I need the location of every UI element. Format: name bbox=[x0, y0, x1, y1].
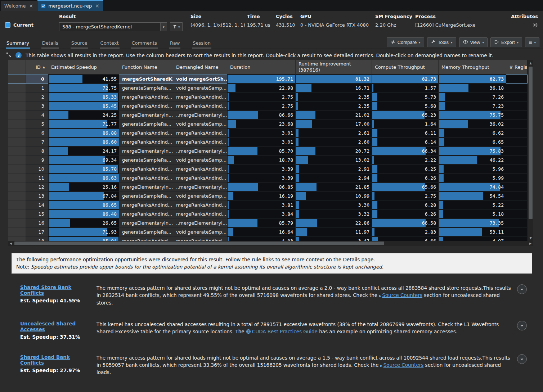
cell-fn[interactable]: generateSampleRa... bbox=[119, 156, 173, 165]
inline-link[interactable]: ▶Source Counters bbox=[379, 292, 422, 298]
window-tab-mergesort-ncu-rep[interactable]: mergesort.ncu-rep× bbox=[37, 0, 103, 11]
cell-dm[interactable]: ..mergeElementaryI... bbox=[173, 218, 227, 227]
chevron-down-icon[interactable]: ▾ bbox=[160, 23, 167, 31]
tab-source[interactable]: Source bbox=[71, 38, 88, 49]
cell-fn[interactable]: mergeRanksAndInd... bbox=[119, 236, 173, 241]
cell-dm[interactable]: mergeRanksAndInd... bbox=[173, 138, 227, 147]
row-handle[interactable] bbox=[8, 93, 26, 102]
horizontal-scrollbar[interactable]: ◀ ▶ bbox=[8, 241, 533, 246]
cell-fn[interactable]: mergeRanksAndInd... bbox=[119, 165, 173, 174]
export-button[interactable]: Export ▾ bbox=[490, 37, 522, 47]
collapse-rule-button[interactable] bbox=[517, 354, 527, 364]
column-header-registers[interactable]: # Registers bbox=[506, 60, 528, 75]
view-button[interactable]: View ▾ bbox=[459, 37, 488, 47]
table-row[interactable]: 285.33mergeRanksAndInd...mergeRanksAndIn… bbox=[8, 93, 528, 102]
current-checkbox[interactable] bbox=[5, 22, 10, 28]
scroll-right-icon[interactable]: ▶ bbox=[528, 241, 533, 246]
inline-link[interactable]: CUDA Best Practices Guide bbox=[246, 329, 318, 334]
cell-dm[interactable]: void generateSamp... bbox=[173, 156, 227, 165]
column-header-runtime-improvement[interactable]: Runtime Improvement (387616) bbox=[296, 60, 372, 75]
row-handle[interactable] bbox=[8, 84, 26, 93]
rule-link[interactable]: Shared Load Bank Conflicts bbox=[20, 354, 91, 366]
tab-session[interactable]: Session bbox=[192, 38, 211, 49]
cell-fn[interactable]: mergeRanksAndInd... bbox=[119, 129, 173, 138]
scrollbar-track[interactable] bbox=[14, 241, 528, 246]
row-handle[interactable] bbox=[8, 120, 26, 129]
inline-link[interactable]: ▶Source Counters bbox=[380, 362, 424, 368]
cell-fn[interactable]: generateSampleRa... bbox=[119, 84, 173, 93]
row-handle[interactable] bbox=[8, 209, 26, 218]
column-header-function-name[interactable]: Function Name bbox=[119, 60, 173, 75]
row-handle[interactable] bbox=[8, 102, 26, 111]
cell-dm[interactable]: ..mergeElementaryI... bbox=[173, 183, 227, 192]
collapse-rule-button[interactable] bbox=[517, 284, 527, 294]
row-handle[interactable] bbox=[8, 200, 26, 209]
tab-comments[interactable]: Comments bbox=[131, 38, 158, 49]
cell-dm[interactable]: ..mergeElementaryI... bbox=[173, 147, 227, 156]
close-tab-icon[interactable]: × bbox=[29, 3, 33, 9]
table-row[interactable]: 172.75generateSampleRa...void generateSa… bbox=[8, 84, 528, 93]
column-header-estimated-speedup[interactable]: Estimated Speedup bbox=[48, 60, 119, 75]
cell-dm[interactable]: mergeRanksAndInd... bbox=[173, 93, 227, 102]
scroll-up-icon[interactable]: ▲ bbox=[528, 60, 533, 66]
row-handle[interactable] bbox=[8, 111, 26, 120]
row-handle[interactable] bbox=[8, 218, 26, 227]
table-row[interactable]: 041.55mergeSortSharedK...void mergeSortS… bbox=[8, 75, 528, 84]
tab-raw[interactable]: Raw bbox=[169, 38, 180, 49]
row-handle[interactable] bbox=[8, 129, 26, 138]
tab-details[interactable]: Details bbox=[41, 38, 59, 49]
rule-link[interactable]: Uncoalesced Shared Accesses bbox=[20, 321, 91, 332]
cell-dm[interactable]: void mergeSortSh... bbox=[173, 75, 227, 84]
cell-fn[interactable]: mergeRanksAndInd... bbox=[119, 93, 173, 102]
cell-fn[interactable]: generateSampleRa... bbox=[119, 120, 173, 129]
cell-dm[interactable]: mergeRanksAndInd... bbox=[173, 165, 227, 174]
cell-dm[interactable]: void generateSamp... bbox=[173, 192, 227, 200]
cell-dm[interactable]: mergeRanksAndInd... bbox=[173, 102, 227, 111]
table-row[interactable]: 786.60mergeRanksAndInd...mergeRanksAndIn… bbox=[8, 138, 528, 147]
column-header-memory-throughput[interactable]: Memory Throughput bbox=[439, 60, 506, 75]
cell-dm[interactable]: ..mergeElementaryI... bbox=[173, 111, 227, 120]
cell-fn[interactable]: generateSampleRa... bbox=[119, 192, 173, 200]
cell-fn[interactable]: mergeRanksAndInd... bbox=[119, 138, 173, 147]
result-select[interactable]: 588 - mergeSortSharedKernel ▾ bbox=[59, 22, 167, 31]
row-handle[interactable] bbox=[8, 138, 26, 147]
table-row[interactable]: 686.88mergeRanksAndInd...mergeRanksAndIn… bbox=[8, 129, 528, 138]
cell-fn[interactable]: mergeElementaryIn... bbox=[119, 111, 173, 120]
scroll-down-icon[interactable]: ▼ bbox=[528, 235, 533, 241]
rule-link[interactable]: Shared Store Bank Conflicts bbox=[20, 284, 91, 296]
cell-fn[interactable]: mergeElementaryIn... bbox=[119, 147, 173, 156]
cell-dm[interactable]: mergeRanksAndInd... bbox=[173, 209, 227, 218]
row-handle[interactable] bbox=[8, 174, 26, 183]
cell-dm[interactable]: void generateSamp... bbox=[173, 84, 227, 93]
cell-fn[interactable]: mergeElementaryIn... bbox=[119, 218, 173, 227]
row-handle[interactable] bbox=[8, 192, 26, 200]
table-row[interactable]: 1085.78mergeRanksAndInd...mergeRanksAndI… bbox=[8, 165, 528, 174]
tools-button[interactable]: Tools ▾ bbox=[427, 37, 456, 47]
cell-fn[interactable]: generateSampleRa... bbox=[119, 227, 173, 236]
cell-dm[interactable]: void generateSamp... bbox=[173, 120, 227, 129]
gear-icon[interactable] bbox=[533, 22, 538, 29]
table-row[interactable]: 571.77generateSampleRa...void generateSa… bbox=[8, 120, 528, 129]
column-header-duration[interactable]: Duration bbox=[227, 60, 296, 75]
table-row[interactable]: 1367.84generateSampleRa...void generateS… bbox=[8, 192, 528, 200]
row-handle[interactable] bbox=[8, 227, 26, 236]
tab-context[interactable]: Context bbox=[100, 38, 120, 49]
table-row[interactable]: 1771.93generateSampleRa...void generateS… bbox=[8, 227, 528, 236]
scrollbar-thumb[interactable] bbox=[14, 242, 384, 245]
row-handle[interactable] bbox=[8, 147, 26, 156]
cell-fn[interactable]: mergeRanksAndInd... bbox=[119, 102, 173, 111]
cell-fn[interactable]: mergeRanksAndInd... bbox=[119, 209, 173, 218]
column-header-demangled-name[interactable]: Demangled Name bbox=[173, 60, 227, 75]
cell-fn[interactable]: mergeRanksAndInd... bbox=[119, 174, 173, 183]
collapse-rule-button[interactable] bbox=[517, 321, 527, 330]
table-row[interactable]: 969.34generateSampleRa...void generateSa… bbox=[8, 156, 528, 165]
row-handle[interactable] bbox=[8, 75, 26, 84]
table-row[interactable]: 1885.94mergeRanksAndInd...mergeRanksAndI… bbox=[8, 236, 528, 241]
menu-button[interactable]: ≡ ▾ bbox=[525, 37, 539, 47]
row-handle[interactable] bbox=[8, 183, 26, 192]
cell-dm[interactable]: mergeRanksAndInd... bbox=[173, 200, 227, 209]
table-row[interactable]: 385.45mergeRanksAndInd...mergeRanksAndIn… bbox=[8, 102, 528, 111]
cell-fn[interactable]: mergeSortSharedK... bbox=[119, 75, 173, 84]
table-row[interactable]: 1586.48mergeRanksAndInd...mergeRanksAndI… bbox=[8, 209, 528, 218]
column-header-compute-throughput[interactable]: Compute Throughput bbox=[372, 60, 439, 75]
